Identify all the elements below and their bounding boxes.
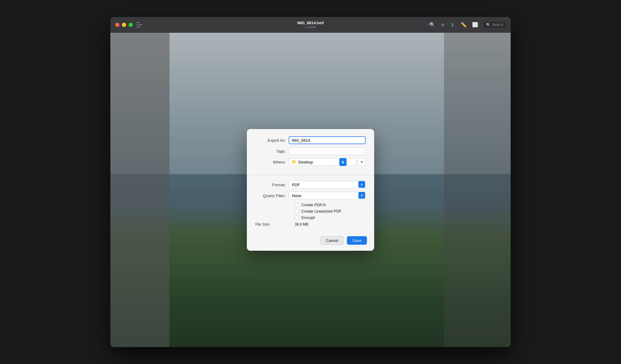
tags-input[interactable] (289, 147, 366, 155)
cancel-button[interactable]: Cancel (320, 236, 344, 245)
search-input-label: Search (492, 23, 503, 27)
create-linearized-label: Create Linearized PDF (301, 209, 341, 213)
window-title-group: IMG_6814.heif Locked (297, 21, 324, 29)
tags-row: Tags: (255, 147, 366, 155)
expand-where-button[interactable] (358, 158, 366, 166)
search-box[interactable]: 🔍 Search (484, 22, 506, 28)
file-size-row: File Size: 36.6 MB (255, 222, 366, 227)
tags-label: Tags: (255, 149, 289, 154)
export-as-row: Export As: (255, 136, 366, 144)
toolbar-actions: −︎🔍 ⊕ ⮯ ✏️ ⬜ 🔍 Search (427, 22, 506, 28)
export-as-label: Export As: (255, 138, 289, 143)
quartz-filter-container: None (289, 192, 366, 200)
format-row: Format: PDF (255, 181, 366, 189)
background-image: Export As: Tags: Where: (110, 33, 511, 347)
export-dialog: Export As: Tags: Where: (247, 129, 374, 251)
dialog-top-section: Export As: Tags: Where: (247, 129, 374, 175)
where-label: Where: (255, 160, 289, 164)
where-select[interactable]: 📁 Desktop (289, 158, 356, 166)
quartz-filter-select[interactable]: None (289, 192, 366, 200)
close-button[interactable] (115, 23, 119, 27)
maximize-button[interactable] (129, 23, 133, 27)
zoom-out-icon[interactable]: −︎🔍 (427, 22, 435, 28)
where-row: Where: 📁 Desktop (255, 158, 366, 166)
format-select[interactable]: PDF (289, 181, 366, 189)
format-select-container: PDF (289, 181, 366, 189)
format-stepper[interactable] (358, 181, 365, 188)
encrypt-row: Encrypt (295, 215, 366, 220)
where-value: Desktop (298, 160, 313, 164)
create-linearized-row: Create Linearized PDF (295, 209, 366, 213)
quartz-filter-value: None (292, 194, 301, 198)
quartz-filter-stepper[interactable] (358, 192, 365, 199)
export-as-input[interactable] (289, 136, 366, 144)
create-linearized-checkbox[interactable] (295, 209, 299, 213)
format-label: Format: (255, 183, 289, 187)
sidebar-toggle-button[interactable] (136, 22, 143, 27)
save-button[interactable]: Save (347, 236, 367, 245)
create-pdfa-label: Create PDF/A (301, 203, 326, 207)
dialog-bottom-section: Format: PDF (247, 175, 374, 233)
inspector-icon[interactable]: ⬜ (472, 22, 478, 28)
title-bar: IMG_6814.heif Locked −︎🔍 ⊕ ⮯ ✏️ ⬜ 🔍 Sear… (110, 17, 511, 33)
window-locked-label: Locked (297, 25, 324, 29)
window-filename: IMG_6814.heif (297, 21, 324, 25)
where-stepper[interactable] (339, 158, 347, 166)
format-value: PDF (292, 183, 300, 187)
search-icon: 🔍 (486, 23, 491, 27)
dialog-button-section: Cancel Save (247, 233, 374, 251)
traffic-lights (115, 23, 133, 27)
quartz-filter-label: Quartz Filter: (255, 194, 289, 198)
encrypt-label: Encrypt (301, 215, 315, 220)
create-pdfa-checkbox[interactable] (295, 203, 299, 207)
dialog-overlay: Export As: Tags: Where: (110, 33, 511, 347)
zoom-in-icon[interactable]: ⊕ (441, 22, 445, 28)
share-icon[interactable]: ⮯ (450, 22, 455, 28)
annotate-icon[interactable]: ✏️ (461, 22, 467, 28)
quartz-filter-row: Quartz Filter: None (255, 192, 366, 200)
file-size-label: File Size: (255, 222, 295, 227)
encrypt-checkbox[interactable] (295, 216, 299, 220)
folder-icon: 📁 (291, 160, 297, 164)
create-pdfa-row: Create PDF/A (295, 203, 366, 207)
content-area: Export As: Tags: Where: (110, 33, 511, 347)
mac-window: IMG_6814.heif Locked −︎🔍 ⊕ ⮯ ✏️ ⬜ 🔍 Sear… (110, 17, 511, 347)
checkboxes-section: Create PDF/A Create Linearized PDF Encry… (295, 203, 366, 220)
minimize-button[interactable] (122, 23, 126, 27)
file-size-value: 36.6 MB (295, 222, 308, 227)
